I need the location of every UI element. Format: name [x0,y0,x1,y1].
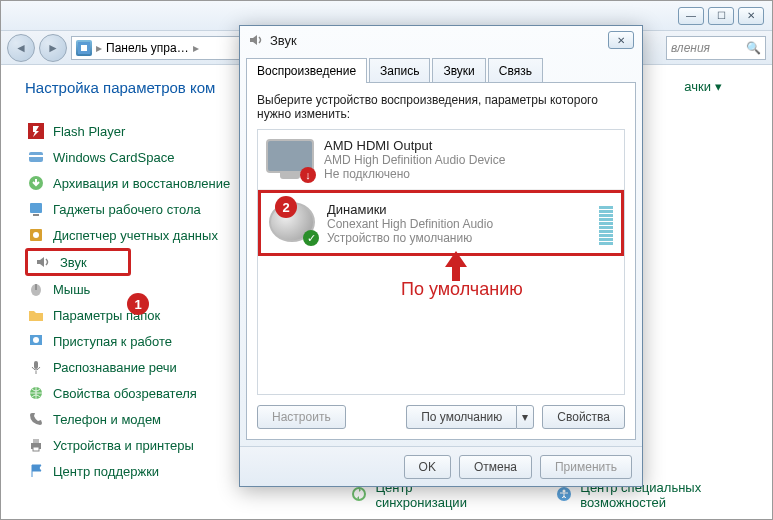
tab-communications[interactable]: Связь [488,58,543,83]
minimize-button[interactable]: — [678,7,704,25]
dialog-titlebar: Звук ✕ [240,26,642,54]
view-by-dropdown[interactable]: ачки ▾ [684,79,722,94]
device-speakers[interactable]: ✓ Динамики Conexant High Definition Audi… [258,190,624,256]
svg-rect-19 [33,447,39,451]
configure-button[interactable]: Настроить [257,405,346,429]
annotation-arrow-icon [441,249,471,283]
sound-icon [34,253,52,271]
folder-icon [27,306,45,324]
tab-playback[interactable]: Воспроизведение [246,58,367,83]
printer-icon [27,436,45,454]
chevron-down-icon: ▾ [715,79,722,94]
gadgets-icon [27,200,45,218]
default-check-icon: ✓ [303,230,319,246]
instruction-text: Выберите устройство воспроизведения, пар… [257,93,625,121]
maximize-button[interactable]: ☐ [708,7,734,25]
globe-icon [27,384,45,402]
dialog-close-button[interactable]: ✕ [608,31,634,49]
svg-rect-1 [81,45,87,51]
annotation-badge-2: 2 [275,196,297,218]
set-default-button[interactable]: По умолчанию [406,405,516,429]
search-box[interactable]: вления 🔍 [666,36,766,60]
ok-button[interactable]: OK [404,455,451,479]
monitor-icon: ↓ [266,139,314,181]
svg-rect-14 [34,361,38,369]
mic-icon [27,358,45,376]
breadcrumb-label: Панель упра… [106,41,189,55]
nav-forward-button[interactable]: ► [39,34,67,62]
flash-icon [27,122,45,140]
accessibility-icon [556,486,572,504]
flag-icon [27,462,45,480]
set-default-dropdown[interactable]: ▾ [516,405,534,429]
breadcrumb-sep-icon: ▸ [193,41,199,55]
mouse-icon [27,280,45,298]
tabs: Воспроизведение Запись Звуки Связь [240,54,642,83]
svg-rect-7 [33,214,39,216]
level-meter [599,201,613,245]
nav-back-button[interactable]: ◄ [7,34,35,62]
device-driver: AMD High Definition Audio Device [324,153,616,167]
tab-recording[interactable]: Запись [369,58,430,83]
device-hdmi[interactable]: ↓ AMD HDMI Output AMD High Definition Au… [258,130,624,190]
disconnected-badge-icon: ↓ [300,167,316,183]
set-default-split-button[interactable]: По умолчанию ▾ [406,405,534,429]
device-driver: Conexant High Definition Audio [327,217,589,231]
device-status: Не подключено [324,167,616,181]
getting-started-icon [27,332,45,350]
sync-icon [351,486,367,504]
breadcrumb-sep-icon: ▸ [96,41,102,55]
phone-icon [27,410,45,428]
properties-button[interactable]: Свойства [542,405,625,429]
speaker-icon [248,32,264,48]
search-icon: 🔍 [746,41,761,55]
control-panel-icon [76,40,92,56]
svg-rect-18 [33,439,39,443]
dialog-title: Звук [270,33,297,48]
svg-rect-6 [30,203,42,213]
backup-icon [27,174,45,192]
svg-point-9 [33,232,39,238]
svg-point-26 [562,490,565,493]
apply-button[interactable]: Применить [540,455,632,479]
device-name: AMD HDMI Output [324,138,616,153]
cancel-button[interactable]: Отмена [459,455,532,479]
tab-sounds[interactable]: Звуки [432,58,485,83]
annotation-label: По умолчанию [401,279,523,300]
cardspace-icon [27,148,45,166]
device-status: Устройство по умолчанию [327,231,589,245]
annotation-badge-1: 1 [127,293,149,315]
cp-item-sound[interactable]: Звук [25,248,131,276]
svg-point-13 [33,337,39,343]
device-name: Динамики [327,202,589,217]
svg-rect-4 [29,155,43,157]
search-hint: вления [671,41,710,55]
safe-icon [27,226,45,244]
close-button[interactable]: ✕ [738,7,764,25]
dialog-footer: OK Отмена Применить [240,446,642,486]
